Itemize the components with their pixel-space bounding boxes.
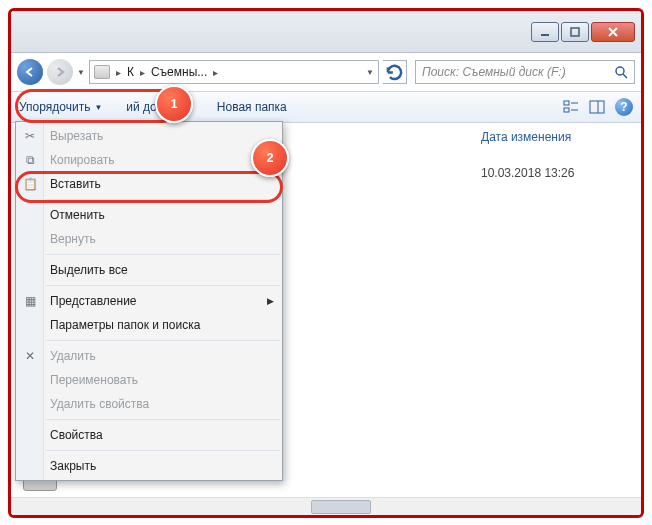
callout-1: 1 (155, 85, 193, 123)
breadcrumb-sep-icon: ▸ (116, 67, 121, 78)
menu-label: Удалить (50, 349, 96, 363)
menu-layout[interactable]: ▦Представление▶ (16, 289, 282, 313)
menu-label: Параметры папок и поиска (50, 318, 200, 332)
menu-redo[interactable]: Вернуть (16, 227, 282, 251)
drive-icon (94, 65, 110, 79)
search-icon (614, 65, 628, 79)
menu-label: Вернуть (50, 232, 96, 246)
menu-properties[interactable]: Свойства (16, 423, 282, 447)
menu-label: Представление (50, 294, 137, 308)
menu-label: Закрыть (50, 459, 96, 473)
menu-undo[interactable]: Отменить (16, 203, 282, 227)
delete-icon: ✕ (21, 347, 39, 365)
titlebar (11, 11, 641, 53)
callout-2: 2 (251, 139, 289, 177)
new-folder-label: Новая папка (217, 100, 287, 114)
close-button[interactable] (591, 22, 635, 42)
back-button[interactable] (17, 59, 43, 85)
annotation-highlight-2 (15, 171, 283, 203)
menu-separator (46, 254, 280, 255)
svg-line-5 (623, 74, 627, 78)
svg-rect-6 (564, 101, 569, 105)
file-row-date: 10.03.2018 13:26 (481, 166, 574, 180)
menu-label: Копировать (50, 153, 115, 167)
scroll-thumb[interactable] (311, 500, 371, 514)
minimize-button[interactable] (531, 22, 559, 42)
layout-icon: ▦ (21, 292, 39, 310)
submenu-arrow-icon: ▶ (267, 296, 274, 306)
menu-copy[interactable]: ⧉Копировать (16, 148, 282, 172)
search-placeholder: Поиск: Съемный диск (F:) (422, 65, 566, 79)
address-dropdown-icon[interactable]: ▼ (366, 68, 374, 77)
history-dropdown-icon[interactable]: ▼ (77, 68, 85, 77)
menu-label: Отменить (50, 208, 105, 222)
menu-delete[interactable]: ✕Удалить (16, 344, 282, 368)
svg-point-4 (616, 67, 624, 75)
horizontal-scrollbar[interactable] (11, 497, 641, 515)
menu-close[interactable]: Закрыть (16, 454, 282, 478)
menu-cut[interactable]: ✂Вырезать (16, 124, 282, 148)
new-folder-button[interactable]: Новая папка (217, 100, 287, 114)
svg-rect-10 (590, 101, 604, 113)
address-bar[interactable]: ▸ К ▸ Съемны... ▸ ▼ (89, 60, 379, 84)
breadcrumb-sep-icon: ▸ (213, 67, 218, 78)
search-box[interactable]: Поиск: Съемный диск (F:) (415, 60, 635, 84)
maximize-button[interactable] (561, 22, 589, 42)
menu-separator (46, 419, 280, 420)
menu-folder-options[interactable]: Параметры папок и поиска (16, 313, 282, 337)
breadcrumb-segment[interactable]: Съемны... (151, 65, 207, 79)
nav-row: ▼ ▸ К ▸ Съемны... ▸ ▼ Поиск: Съемный дис… (11, 53, 641, 91)
copy-icon: ⧉ (21, 151, 39, 169)
help-icon: ? (620, 100, 627, 114)
screenshot-frame: ▼ ▸ К ▸ Съемны... ▸ ▼ Поиск: Съемный дис… (8, 8, 644, 518)
breadcrumb-segment[interactable]: К (127, 65, 134, 79)
menu-delete-properties[interactable]: Удалить свойства (16, 392, 282, 416)
view-icon (563, 99, 579, 115)
callout-number: 2 (267, 151, 274, 165)
menu-separator (46, 285, 280, 286)
arrow-left-icon (24, 66, 36, 78)
svg-rect-7 (564, 108, 569, 112)
help-button[interactable]: ? (615, 98, 633, 116)
menu-select-all[interactable]: Выделить все (16, 258, 282, 282)
menu-label: Удалить свойства (50, 397, 149, 411)
scissors-icon: ✂ (21, 127, 39, 145)
refresh-button[interactable] (383, 60, 407, 84)
breadcrumb-sep-icon: ▸ (140, 67, 145, 78)
column-date[interactable]: Дата изменения (481, 130, 623, 144)
explorer-window: ▼ ▸ К ▸ Съемны... ▸ ▼ Поиск: Съемный дис… (11, 11, 641, 515)
menu-rename[interactable]: Переименовать (16, 368, 282, 392)
view-options-button[interactable] (563, 99, 579, 115)
menu-label: Свойства (50, 428, 103, 442)
menu-separator (46, 450, 280, 451)
callout-number: 1 (171, 97, 178, 111)
arrow-right-icon (54, 66, 66, 78)
menu-label: Переименовать (50, 373, 138, 387)
toolbar-right: ? (563, 98, 633, 116)
preview-pane-button[interactable] (589, 99, 605, 115)
menu-label: Выделить все (50, 263, 128, 277)
close-icon (608, 27, 618, 37)
svg-rect-1 (571, 28, 579, 36)
menu-separator (46, 340, 280, 341)
minimize-icon (540, 27, 550, 37)
refresh-icon (383, 61, 406, 84)
maximize-icon (570, 27, 580, 37)
forward-button[interactable] (47, 59, 73, 85)
pane-icon (589, 99, 605, 115)
menu-label: Вырезать (50, 129, 103, 143)
